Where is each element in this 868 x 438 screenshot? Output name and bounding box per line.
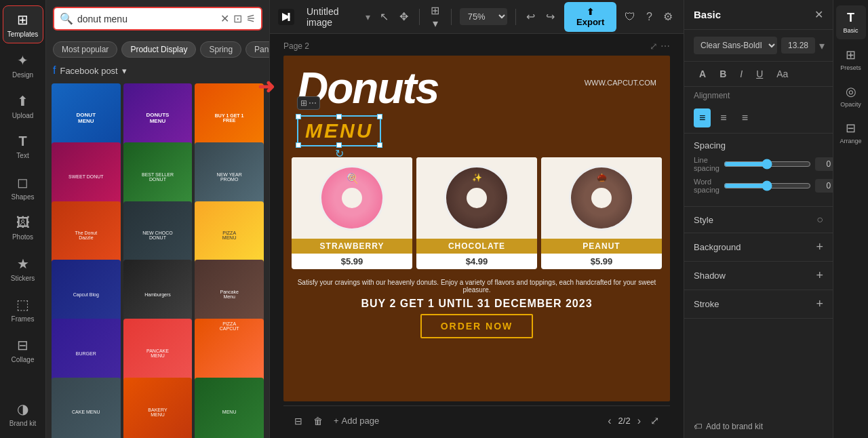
template-item-16[interactable]: CAKE MENU	[52, 378, 121, 438]
template-item-18[interactable]: MENU	[195, 378, 264, 438]
brand-icon: ◑	[17, 401, 28, 417]
clear-icon[interactable]: ✕	[220, 12, 229, 25]
undo-btn[interactable]: ↩	[524, 7, 538, 26]
handle-tr[interactable]	[377, 114, 382, 119]
format-b-btn[interactable]: B	[714, 66, 732, 82]
filter-tab-spring[interactable]: Spring	[200, 41, 241, 58]
template-item-17[interactable]: BAKERYMENU	[123, 378, 193, 438]
handle-bl[interactable]	[296, 142, 301, 148]
page-actions: ⊟ 🗑 + Add page	[292, 413, 382, 429]
chocolate-price: $4.99	[416, 254, 537, 269]
canvas-frame[interactable]: Donuts WWW.CAPCUT.COM ⊞ ⋯	[283, 56, 670, 401]
align-left-btn[interactable]: ≡	[694, 108, 711, 127]
word-spacing-slider[interactable]	[724, 180, 811, 191]
basic-icon: T	[847, 11, 854, 25]
order-now-btn[interactable]: ORDER NOW	[420, 314, 534, 338]
sidebar-item-photos[interactable]: 🖼 Photos	[3, 209, 43, 247]
facebook-post-selector[interactable]: f Facebook post ▾	[46, 62, 269, 79]
settings-icon[interactable]: ⚙	[660, 7, 675, 26]
chocolate-visual: ✨	[446, 167, 507, 228]
donut-card-strawberry[interactable]: 🍭 STRAWBERRY $5.99	[292, 157, 412, 269]
brand-kit-row[interactable]: 🏷 Add to brand kit	[684, 415, 833, 438]
sidebar-label-shapes: Shapes	[12, 193, 35, 201]
shield-icon[interactable]: 🛡	[622, 8, 638, 26]
document-title-area[interactable]: Untitled image ▾	[307, 6, 370, 28]
stroke-add-btn[interactable]: +	[816, 297, 823, 311]
page-thumbnail-btn[interactable]: ⊟	[292, 413, 305, 429]
format-italic-btn[interactable]: I	[734, 66, 748, 82]
sidebar-item-collage[interactable]: ⊟ Collage	[3, 331, 43, 369]
shadow-add-btn[interactable]: +	[816, 268, 823, 283]
expand-icon[interactable]: ⤢	[650, 41, 658, 52]
prev-page-btn[interactable]: ‹	[605, 412, 614, 430]
rt-opacity[interactable]: ◎ Opacity	[836, 79, 866, 113]
panel-title: Basic	[694, 9, 721, 20]
handle-tl[interactable]	[296, 114, 301, 119]
sidebar-item-design[interactable]: ✦ Design	[3, 46, 43, 84]
panel-close-btn[interactable]: ✕	[814, 8, 823, 21]
topbar: Untitled image ▾ ↖ ✥ ⊞ ▾ 75% 50% 100% ↩ …	[270, 0, 684, 34]
handle-br[interactable]	[377, 142, 382, 148]
rt-basic[interactable]: T Basic	[836, 5, 866, 39]
font-family-select[interactable]: Clear Sans-BoldI	[694, 37, 777, 54]
shadow-label: Shadow	[694, 271, 726, 281]
more-icon[interactable]: ⋯	[309, 98, 317, 108]
font-size-input[interactable]	[781, 37, 815, 54]
delete-page-btn[interactable]: 🗑	[311, 413, 326, 429]
view-options-btn[interactable]: ⊞ ▾	[428, 1, 443, 33]
redo-btn[interactable]: ↪	[543, 7, 557, 26]
logo-icon	[278, 9, 294, 25]
search-input[interactable]	[77, 14, 216, 24]
background-add-btn[interactable]: +	[816, 240, 823, 254]
rotate-handle[interactable]: ↻	[335, 147, 344, 160]
zoom-selector[interactable]: 75% 50% 100%	[460, 8, 507, 25]
strawberry-price: $5.99	[292, 254, 412, 269]
sidebar-label-collage: Collage	[12, 356, 35, 363]
word-spacing-label: Word spacing	[694, 178, 719, 194]
line-spacing-slider[interactable]	[724, 159, 811, 170]
menu-text-container[interactable]: ⊞ ⋯ MENU ↻	[297, 115, 381, 146]
more-options-icon[interactable]: ⋯	[660, 41, 670, 52]
filter-tab-product[interactable]: Product Display	[121, 41, 196, 58]
fullscreen-btn[interactable]: ⤢	[648, 412, 662, 430]
handle-tc[interactable]	[336, 114, 342, 119]
export-button[interactable]: ⬆ Export	[564, 2, 616, 32]
style-row: Style ○	[684, 207, 833, 233]
sidebar-item-stickers[interactable]: ★ Stickers	[3, 250, 43, 287]
layer-icon[interactable]: ⊞	[300, 98, 307, 108]
chevron-down-icon: ▾	[819, 39, 825, 52]
add-page-btn[interactable]: + Add page	[331, 413, 382, 429]
image-search-icon[interactable]: ⊡	[233, 12, 242, 25]
pointer-tool-btn[interactable]: ↖	[377, 7, 391, 26]
next-page-btn[interactable]: ›	[635, 412, 644, 430]
filter-tab-pancake[interactable]: Pancake	[245, 41, 269, 58]
rt-arrange[interactable]: ⊟ Arrange	[836, 115, 866, 149]
help-icon[interactable]: ?	[644, 8, 655, 26]
filter-icon[interactable]: ⚟	[246, 12, 256, 25]
move-tool-btn[interactable]: ✥	[397, 7, 411, 26]
filter-tab-popular[interactable]: Most popular	[53, 41, 117, 58]
sidebar-item-frames[interactable]: ⬚ Frames	[3, 290, 43, 328]
format-size-btn[interactable]: Aa	[771, 66, 793, 82]
search-bar[interactable]: 🔍 ✕ ⊡ ⚟	[53, 7, 262, 31]
donut-card-peanut[interactable]: 🌰 PEANUT $5.99	[541, 157, 662, 269]
canvas-header: Donuts WWW.CAPCUT.COM	[283, 56, 670, 115]
collage-icon: ⊟	[17, 337, 28, 353]
sidebar-label-photos: Photos	[12, 233, 33, 241]
sidebar-item-text[interactable]: T Text	[3, 127, 43, 165]
background-row: Background +	[684, 233, 833, 262]
sidebar-item-shapes[interactable]: ◻ Shapes	[3, 168, 43, 206]
brand-kit-icon: 🏷	[694, 422, 702, 431]
align-right-btn[interactable]: ≡	[736, 108, 753, 127]
page-corner-icons: ⤢ ⋯	[650, 41, 670, 52]
align-center-btn[interactable]: ≡	[715, 108, 732, 127]
format-bold-btn[interactable]: A	[694, 66, 711, 82]
topbar-tools: ⬆ Export 🛡 ? ⚙	[564, 2, 675, 32]
sidebar-item-brand[interactable]: ◑ Brand kit	[3, 395, 43, 433]
sidebar-item-templates[interactable]: ⊞ Templates	[3, 5, 43, 43]
donut-card-chocolate[interactable]: ✨ CHOCOLATE $4.99	[416, 157, 537, 269]
format-underline-btn[interactable]: U	[751, 66, 768, 82]
presets-icon: ⊞	[846, 47, 856, 62]
rt-presets[interactable]: ⊞ Presets	[836, 42, 866, 76]
sidebar-item-upload[interactable]: ⬆ Upload	[3, 87, 43, 125]
